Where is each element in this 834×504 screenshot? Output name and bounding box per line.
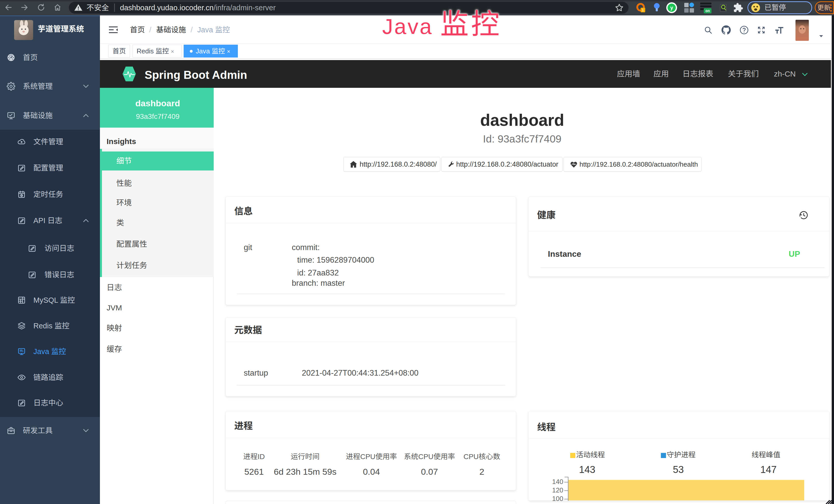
svg-text:1: 1 — [642, 8, 644, 12]
svg-text:y: y — [670, 5, 673, 10]
svg-text:on: on — [705, 9, 710, 13]
